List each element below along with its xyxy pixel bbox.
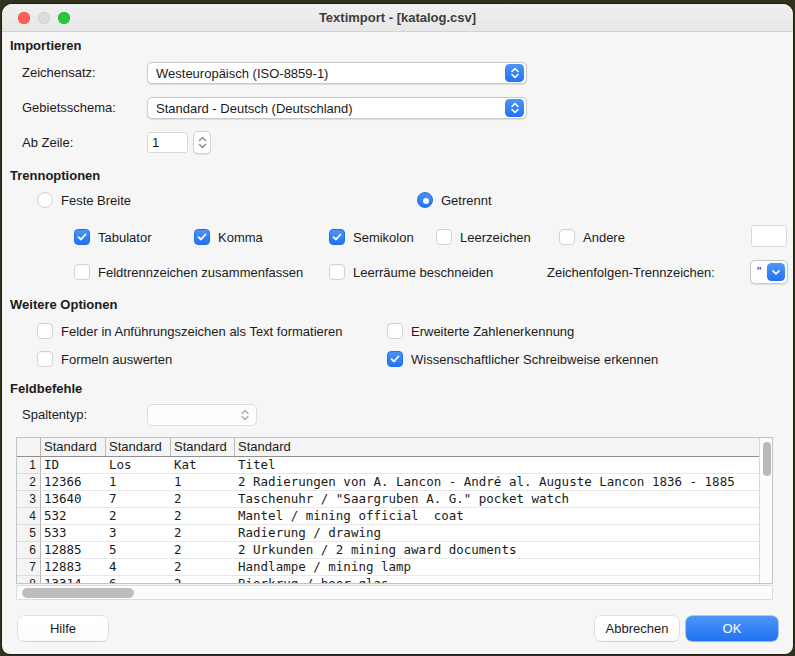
table-cell: 1: [106, 474, 171, 491]
check-icon: [332, 232, 342, 242]
table-row: 453222Mantel / mining official coat: [17, 508, 759, 525]
table-cell: 7: [106, 491, 171, 508]
row-number-cell: 6: [17, 542, 41, 559]
table-row: 71288342Handlampe / mining lamp: [17, 559, 759, 576]
section-feldbefehle: Feldbefehle: [10, 381, 82, 396]
from-row-input[interactable]: 1: [147, 132, 188, 153]
check-icon: [197, 232, 207, 242]
checkbox-box[interactable]: [74, 264, 90, 280]
locale-label: Gebietsschema:: [22, 100, 116, 115]
checkbox-leerraeume-beschneiden[interactable]: Leerräume beschneiden: [329, 263, 493, 281]
checkbox-box[interactable]: [329, 229, 345, 245]
table-cell: 1: [171, 474, 235, 491]
check-icon: [390, 354, 400, 364]
title-bar[interactable]: Textimport - [katalog.csv]: [2, 4, 793, 32]
andere-delimiter-input[interactable]: [751, 225, 787, 247]
textimport-dialog: Textimport - [katalog.csv] Importieren Z…: [2, 4, 793, 654]
checkbox-box[interactable]: [74, 229, 90, 245]
chevron-up-icon: [198, 136, 207, 142]
checkbox-wissenschaftliche-schreibweise[interactable]: Wissenschaftlicher Schreibweise erkennen: [387, 350, 658, 368]
check-icon: [77, 232, 87, 242]
ok-button[interactable]: OK: [686, 616, 778, 641]
table-row: 31364072Taschenuhr / "Saargruben A. G." …: [17, 491, 759, 508]
updown-chevron-icon: [505, 64, 524, 82]
table-cell: 12885: [41, 542, 106, 559]
minimize-button: [38, 12, 50, 24]
zoom-button[interactable]: [58, 12, 70, 24]
table-cell: 3: [106, 525, 171, 542]
from-row-value: 1: [152, 135, 159, 150]
table-cell: Taschenuhr / "Saargruben A. G." pocket w…: [235, 491, 759, 508]
vertical-scrollbar-thumb[interactable]: [763, 442, 771, 476]
checkbox-tabulator[interactable]: Tabulator: [74, 228, 151, 246]
column-header[interactable]: Standard: [106, 438, 171, 456]
checkbox-formeln-auswerten[interactable]: Formeln auswerten: [37, 350, 172, 368]
table-cell: 2: [171, 491, 235, 508]
table-cell: Mantel / mining official coat: [235, 508, 759, 525]
horizontal-scrollbar[interactable]: [16, 585, 773, 600]
checkbox-box[interactable]: [37, 323, 53, 339]
checkbox-semikolon[interactable]: Semikolon: [329, 228, 414, 246]
row-number-cell: 3: [17, 491, 41, 508]
table-row: 553332Radierung / drawing: [17, 525, 759, 542]
table-cell: Bierkrug / beer glas: [235, 576, 759, 583]
checkbox-feldtrennzeichen-zusammenfassen[interactable]: Feldtrennzeichen zusammenfassen: [74, 263, 303, 281]
checkbox-felder-als-text[interactable]: Felder in Anführungszeichen als Text for…: [37, 322, 343, 340]
checkbox-komma[interactable]: Komma: [194, 228, 263, 246]
string-delimiter-combo[interactable]: ": [750, 260, 788, 284]
from-row-stepper[interactable]: [193, 131, 211, 154]
table-row: 612885522 Urkunden / 2 mining award docu…: [17, 542, 759, 559]
from-row-label: Ab Zeile:: [22, 135, 73, 150]
spaltentyp-label: Spaltentyp:: [22, 407, 87, 422]
help-button[interactable]: Hilfe: [18, 616, 108, 641]
vertical-scrollbar[interactable]: [759, 438, 772, 583]
table-cell: Handlampe / mining lamp: [235, 559, 759, 576]
column-header[interactable]: Standard: [235, 438, 759, 456]
table-cell: 5: [106, 542, 171, 559]
table-row: 212366112 Radierungen von A. Lancon - An…: [17, 474, 759, 491]
horizontal-scrollbar-thumb[interactable]: [22, 588, 134, 598]
table-cell: 12883: [41, 559, 106, 576]
table-cell: 2: [106, 508, 171, 525]
charset-select[interactable]: Westeuropäisch (ISO-8859-1): [147, 62, 527, 84]
charset-value: Westeuropäisch (ISO-8859-1): [156, 66, 505, 81]
row-number-cell: 4: [17, 508, 41, 525]
radio-getrennt[interactable]: Getrennt: [417, 191, 492, 209]
table-cell: Los: [106, 457, 171, 474]
table-cell: 2 Urkunden / 2 mining award documents: [235, 542, 759, 559]
radio-circle[interactable]: [37, 192, 53, 208]
locale-select[interactable]: Standard - Deutsch (Deutschland): [147, 97, 527, 119]
checkbox-box[interactable]: [387, 351, 403, 367]
table-cell: 12366: [41, 474, 106, 491]
chevron-down-icon: [767, 263, 785, 281]
checkbox-andere[interactable]: Andere: [559, 228, 625, 246]
checkbox-box[interactable]: [329, 264, 345, 280]
table-row: 81331462Bierkrug / beer glas: [17, 576, 759, 583]
section-trennoptionen: Trennoptionen: [10, 168, 100, 183]
table-cell: Radierung / drawing: [235, 525, 759, 542]
table-cell: 4: [106, 559, 171, 576]
cancel-button[interactable]: Abbrechen: [595, 616, 679, 641]
checkbox-box[interactable]: [194, 229, 210, 245]
checkbox-leerzeichen[interactable]: Leerzeichen: [436, 228, 531, 246]
checkbox-box[interactable]: [559, 229, 575, 245]
radio-feste-breite[interactable]: Feste Breite: [37, 191, 131, 209]
import-preview-table[interactable]: Standard Standard Standard Standard 1IDL…: [16, 437, 773, 584]
checkbox-box[interactable]: [387, 323, 403, 339]
table-cell: 13640: [41, 491, 106, 508]
string-delimiter-label: Zeichenfolgen-Trennzeichen:: [547, 265, 715, 280]
checkbox-box[interactable]: [436, 229, 452, 245]
table-cell: Titel: [235, 457, 759, 474]
locale-value: Standard - Deutsch (Deutschland): [156, 101, 505, 116]
row-number-cell: 2: [17, 474, 41, 491]
column-header[interactable]: Standard: [41, 438, 106, 456]
preview-header-row: Standard Standard Standard Standard: [17, 438, 759, 457]
close-button[interactable]: [18, 12, 30, 24]
column-header[interactable]: Standard: [171, 438, 235, 456]
radio-circle[interactable]: [417, 192, 433, 208]
string-delimiter-value: ": [757, 267, 767, 277]
checkbox-erweiterte-zahlenerkennung[interactable]: Erweiterte Zahlenerkennung: [387, 322, 574, 340]
chevron-down-icon: [198, 143, 207, 149]
checkbox-box[interactable]: [37, 351, 53, 367]
row-number-cell: 7: [17, 559, 41, 576]
